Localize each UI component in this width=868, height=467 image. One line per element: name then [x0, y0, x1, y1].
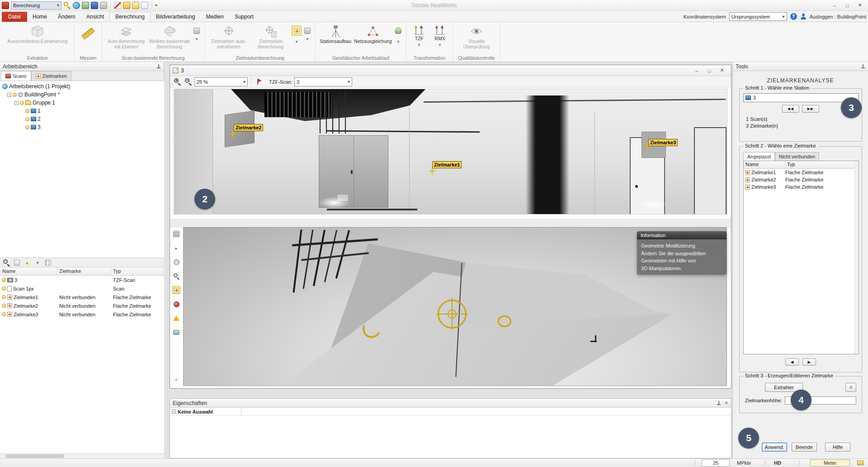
column-header-name[interactable]: Name	[0, 267, 57, 275]
layers-button[interactable]	[172, 328, 180, 336]
quick-access-customize-caret-icon[interactable]: ▾	[155, 3, 157, 8]
help-icon[interactable]: ?	[790, 13, 797, 20]
quick-chart-icon[interactable]	[141, 2, 148, 9]
visuelle-ueberpruefung-button[interactable]: Visuelle Überprüfung	[456, 24, 497, 50]
tree-item-scan-1[interactable]: 1	[0, 107, 164, 115]
column-header-zielmarke[interactable]: Zielmarke	[57, 267, 111, 275]
tab-datei[interactable]: Datei	[2, 12, 27, 22]
quick-save-icon[interactable]	[91, 2, 98, 9]
viewer-window-titlebar[interactable]: 3 – □ ✕	[170, 65, 731, 76]
zoom-tool-button[interactable]	[172, 272, 180, 280]
tzf-button[interactable]: TZF ▾	[409, 24, 429, 47]
unit-selector[interactable]: Meter	[810, 459, 850, 467]
list-row-zielmarke2[interactable]: Zielmarke2 Nicht verbunden Flache Zielma…	[0, 301, 164, 310]
previous-target-button[interactable]: ◀	[785, 358, 799, 366]
visibility-bulb-icon[interactable]	[2, 286, 6, 291]
view-settings-button[interactable]	[172, 230, 180, 238]
zielmarken-analyse-button-active[interactable]	[292, 26, 302, 36]
quick-measure-distance-icon[interactable]	[114, 2, 121, 9]
visibility-bulb-icon[interactable]	[20, 101, 24, 105]
zielmarken-tool-button[interactable]: ▾	[292, 37, 302, 47]
pin-icon[interactable]	[717, 401, 721, 405]
quick-search-icon[interactable]	[63, 1, 71, 9]
column-header-typ[interactable]: Typ	[111, 267, 163, 275]
pano-label-zielmarke2[interactable]: Zielmarke2	[234, 124, 263, 131]
apply-button[interactable]: Anwend.	[762, 443, 787, 452]
tab-berechnung[interactable]: Berechnung	[109, 12, 151, 22]
column-header-name[interactable]: Name	[744, 161, 785, 168]
zielmarken-auto-extrahieren-button[interactable]: Zielmarken auto-extrahieren	[208, 24, 250, 50]
list-filter-button[interactable]: ▾	[33, 258, 42, 267]
end-button[interactable]: Beende	[792, 443, 817, 452]
zielmarken-edit-button[interactable]	[302, 26, 312, 36]
visibility-bulb-icon[interactable]	[25, 109, 29, 113]
tree-item-scan-3[interactable]: 3	[0, 123, 164, 131]
tab-ansicht[interactable]: Ansicht	[81, 12, 109, 22]
previous-station-button[interactable]: ◀◀	[782, 105, 799, 113]
quick-register-icon[interactable]	[82, 2, 89, 9]
pano-label-zielmarke1[interactable]: Zielmarke1	[432, 161, 462, 168]
tree-item-root[interactable]: Arbeitsbereich (1 Projekt)	[0, 82, 164, 91]
visibility-bulb-icon[interactable]	[13, 93, 17, 97]
warning-button[interactable]	[172, 314, 180, 322]
column-header-typ[interactable]: Typ	[785, 161, 859, 168]
visibility-bulb-icon[interactable]	[2, 312, 6, 316]
limit-box-button[interactable]	[172, 300, 180, 308]
logout-link[interactable]: Ausloggen : BuildingPoint	[810, 14, 866, 19]
window-minimize-button[interactable]: –	[828, 1, 841, 10]
pano-label-zielmarke3[interactable]: Zielmarke3	[648, 139, 678, 146]
visibility-bulb-icon[interactable]	[2, 295, 6, 299]
target-analysis-tool-button[interactable]	[172, 286, 180, 294]
tab-zielmarken[interactable]: Zielmarken	[31, 71, 71, 81]
help-button[interactable]: Hilfe	[825, 443, 850, 452]
list-copy-button[interactable]	[12, 258, 21, 267]
stationsaufbau-button[interactable]: Stationsaufbau	[318, 24, 353, 44]
list-row-zielmarke3[interactable]: Zielmarke3 Nicht verbunden Flache Zielma…	[0, 310, 164, 319]
zielmarken-berechnung-button[interactable]: Zielmarken Berechnung	[251, 24, 291, 50]
station-compass-marker[interactable]	[438, 300, 467, 329]
zoom-out-button[interactable]: −	[184, 78, 193, 86]
tab-support[interactable]: Support	[229, 12, 259, 22]
list-search-button[interactable]	[2, 258, 11, 267]
target-row-zielmarke2[interactable]: Zielmarke2 Flache Zielmarke	[744, 176, 859, 183]
window-maximize-button[interactable]: □	[841, 1, 854, 10]
target-table-scrollbar[interactable]	[854, 161, 859, 354]
view-splitter[interactable]	[170, 219, 731, 227]
workspace-horizontal-scrollbar[interactable]	[0, 453, 164, 458]
quick-access-dropdown[interactable]: Berechnung ▾	[11, 1, 61, 10]
flag-button[interactable]	[255, 78, 264, 86]
tab-nicht-verbunden[interactable]: Nicht verbunden	[775, 152, 819, 161]
wolken-berechnung-button[interactable]: Wolken-basierende Berechnung	[148, 24, 191, 50]
expand-tools-button[interactable]: ▸	[172, 244, 180, 252]
next-station-button[interactable]: ▶▶	[802, 105, 819, 113]
list-row-scan3[interactable]: 3 TZF-Scan	[0, 276, 164, 284]
tree-item-scan-2[interactable]: 2	[0, 115, 164, 123]
caret-down-icon[interactable]: ▾	[302, 37, 312, 41]
coordinate-system-dropdown[interactable]: Ursprungssystem ▾	[729, 12, 787, 21]
target-marker-zielmarke2[interactable]	[230, 131, 236, 137]
viewer-close-button[interactable]: ✕	[716, 66, 728, 75]
rmx-button[interactable]: RMX ▾	[430, 24, 450, 47]
visibility-bulb-icon[interactable]	[25, 125, 29, 129]
window-close-button[interactable]: ✕	[854, 1, 866, 10]
messen-button[interactable]	[77, 24, 99, 43]
quick-measure-angle-icon[interactable]	[123, 2, 130, 9]
tree-item-project[interactable]: - BuildingPoint *	[0, 91, 164, 99]
visibility-bulb-icon[interactable]	[2, 278, 6, 282]
point-count-box[interactable]: 25	[702, 459, 730, 467]
target-ring-marker[interactable]	[498, 315, 511, 327]
tab-bildverarbeitung[interactable]: Bildverarbeitung	[151, 12, 201, 22]
quick-print-icon[interactable]	[100, 2, 107, 9]
zoom-in-button[interactable]: +	[173, 78, 182, 86]
list-row-scan1px[interactable]: Scan 1px Scan	[0, 284, 164, 293]
orbit-button[interactable]	[172, 258, 180, 266]
target-row-zielmarke1[interactable]: Zielmarke1 Flache Zielmarke	[744, 169, 859, 176]
caret-down-icon[interactable]: ▾	[192, 37, 202, 41]
tab-home[interactable]: Home	[27, 12, 52, 22]
tab-angepasst[interactable]: Angepasst	[743, 152, 775, 161]
pin-icon[interactable]	[156, 64, 161, 69]
tzf-scan-dropdown[interactable]: 3 ▾	[294, 77, 352, 86]
panorama-view[interactable]: Zielmarke2 Zielmarke1 Zielmarke3	[174, 89, 727, 214]
geodetic-tool-button[interactable]	[393, 26, 403, 36]
auto-berechnung-button[interactable]: Auto-Berechnung mit Ebenen	[105, 24, 147, 50]
